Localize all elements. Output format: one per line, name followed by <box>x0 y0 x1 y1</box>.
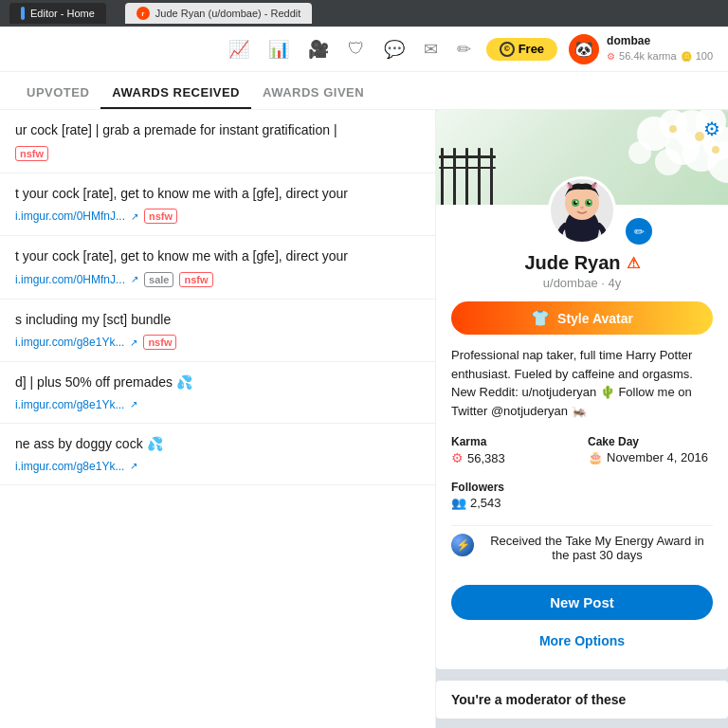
tab-awards-received[interactable]: AWARDS RECEIVED <box>100 78 251 109</box>
browser-bar: Editor - Home r Jude Ryan (u/dombae) - R… <box>0 0 728 27</box>
post-item[interactable]: t your cock [rate], get to know me with … <box>0 236 435 300</box>
post-link[interactable]: i.imgur.com/0HMfnJ... <box>15 273 125 286</box>
svg-rect-18 <box>439 155 496 158</box>
profile-card: ⚙ <box>436 110 728 669</box>
chart-icon[interactable]: 📊 <box>264 35 293 64</box>
post-item[interactable]: d] | plus 50% off premades 💦 i.imgur.com… <box>0 362 435 424</box>
post-meta: nsfw <box>15 146 420 161</box>
editor-tab[interactable]: Editor - Home <box>9 3 106 24</box>
profile-name-text: Jude Ryan <box>524 252 620 274</box>
svg-point-12 <box>712 146 719 154</box>
post-title: t your cock [rate], get to know me with … <box>15 185 420 204</box>
svg-point-10 <box>669 125 677 133</box>
post-link[interactable]: i.imgur.com/g8e1Yk... <box>15 398 124 411</box>
karma-stat-value: ⚙ 56,383 <box>451 450 576 465</box>
post-meta: i.imgur.com/g8e1Yk... ↗ <box>15 398 420 411</box>
mail-icon[interactable]: ✉ <box>420 35 442 64</box>
post-item[interactable]: ne ass by doggy cock 💦 i.imgur.com/g8e1Y… <box>0 424 435 485</box>
svg-point-9 <box>628 141 651 164</box>
cakeday-stat-value: 🎂 November 4, 2016 <box>588 450 713 464</box>
user-avatar-small[interactable]: 🐼 <box>569 34 599 64</box>
more-options-button[interactable]: More Options <box>451 628 713 654</box>
nsfw-tag: nsfw <box>143 335 176 350</box>
followers-label: Followers <box>451 481 713 494</box>
warning-icon: ⚠ <box>627 254 640 272</box>
coins-value: 100 <box>696 49 713 64</box>
award-icon: ⚡ <box>451 534 474 556</box>
post-title: ne ass by doggy cock 💦 <box>15 435 420 454</box>
moderator-title: You're a moderator of these <box>451 692 713 707</box>
post-link[interactable]: i.imgur.com/0HMfnJ... <box>15 209 125 223</box>
new-post-button[interactable]: New Post <box>451 585 713 620</box>
nsfw-tag: nsfw <box>179 272 212 287</box>
external-link-icon: ↗ <box>130 399 137 410</box>
external-link-icon: ↗ <box>130 337 137 348</box>
svg-point-22 <box>567 183 573 189</box>
post-link[interactable]: i.imgur.com/g8e1Yk... <box>15 336 124 349</box>
post-item[interactable]: s including my [sct] bundle i.imgur.com/… <box>0 300 435 363</box>
right-sidebar: ⚙ <box>436 110 728 728</box>
award-notice: ⚡ Received the Take My Energy Award in t… <box>451 525 713 570</box>
svg-point-21 <box>565 186 599 220</box>
settings-button[interactable]: ⚙ <box>703 118 720 140</box>
karma-value-nav: 56.4k karma <box>619 49 677 64</box>
main-layout: ur cock [rate] | grab a premade for inst… <box>0 110 728 728</box>
reddit-navbar: 📈 📊 🎥 🛡 💬 ✉ ✏ © Free 🐼 dombae ⚙ 56.4k ka… <box>0 27 728 72</box>
post-title: t your cock [rate], get to know me with … <box>15 247 420 266</box>
cakeday-date: November 4, 2016 <box>607 450 708 464</box>
post-title: s including my [sct] bundle <box>15 311 420 330</box>
profile-avatar <box>548 176 616 245</box>
tab-upvoted[interactable]: UPVOTED <box>15 78 100 109</box>
profile-info: Jude Ryan ⚠ u/dombae · 4y 👕 Style Avatar… <box>436 252 728 669</box>
svg-point-28 <box>575 201 577 203</box>
shield-icon[interactable]: 🛡 <box>344 35 369 63</box>
nsfw-tag: nsfw <box>15 146 48 161</box>
edit-avatar-button[interactable]: ✏ <box>626 218 652 245</box>
reddit-tab[interactable]: r Jude Ryan (u/dombae) - Reddit <box>125 3 312 24</box>
karma-row: ⚙ 56.4k karma 🪙 100 <box>607 49 713 64</box>
followers-section: Followers 👥 2,543 <box>451 481 713 510</box>
cake-icon: 🎂 <box>588 450 603 464</box>
profile-bio: Professional nap taker, full time Harry … <box>451 346 713 420</box>
post-meta: i.imgur.com/0HMfnJ... ↗ nsfw <box>15 209 420 224</box>
sale-tag: sale <box>144 272 173 287</box>
profile-name: Jude Ryan ⚠ <box>451 252 713 274</box>
karma-stat: Karma ⚙ 56,383 <box>451 435 576 465</box>
cakeday-stat-label: Cake day <box>588 435 713 448</box>
karma-icon: ⚙ <box>607 50 615 64</box>
free-icon: © <box>500 42 515 57</box>
tab-awards-given[interactable]: AWARDS GIVEN <box>251 78 375 109</box>
username-nav: dombae <box>607 33 713 49</box>
profile-stats: Karma ⚙ 56,383 Cake day 🎂 November 4, 20… <box>451 435 713 465</box>
svg-point-7 <box>655 149 682 175</box>
post-link[interactable]: i.imgur.com/g8e1Yk... <box>15 460 124 473</box>
followers-count: 2,543 <box>470 496 501 510</box>
profile-username: u/dombae · 4y <box>451 276 713 290</box>
svg-point-30 <box>580 207 584 209</box>
trending-icon[interactable]: 📈 <box>225 35 253 64</box>
free-button[interactable]: © Free <box>486 38 557 61</box>
post-item[interactable]: t your cock [rate], get to know me with … <box>0 173 435 237</box>
external-link-icon: ↗ <box>130 461 137 471</box>
external-link-icon: ↗ <box>131 211 138 222</box>
post-meta: i.imgur.com/g8e1Yk... ↗ <box>15 460 420 473</box>
post-title: ur cock [rate] | grab a premade for inst… <box>15 121 420 140</box>
moderator-card: You're a moderator of these <box>436 681 728 719</box>
pen-icon[interactable]: ✏ <box>453 35 475 64</box>
video-icon[interactable]: 🎥 <box>304 35 333 64</box>
cakeday-stat: Cake day 🎂 November 4, 2016 <box>588 435 713 465</box>
reddit-favicon: r <box>136 7 150 20</box>
post-item[interactable]: ur cock [rate] | grab a premade for inst… <box>0 110 435 173</box>
profile-tabs: UPVOTED AWARDS RECEIVED AWARDS GIVEN <box>0 72 728 110</box>
svg-point-23 <box>592 183 597 189</box>
karma-stat-icon: ⚙ <box>451 450 464 465</box>
followers-value: 👥 2,543 <box>451 496 713 510</box>
karma-info: dombae ⚙ 56.4k karma 🪙 100 <box>607 33 713 64</box>
chat-icon[interactable]: 💬 <box>380 35 409 64</box>
free-label: Free <box>519 42 544 56</box>
external-link-icon: ↗ <box>131 274 138 284</box>
karma-number: 56,383 <box>467 451 505 465</box>
style-avatar-button[interactable]: 👕 Style Avatar <box>451 301 713 335</box>
followers-icon: 👥 <box>451 496 466 510</box>
karma-stat-label: Karma <box>451 435 576 448</box>
